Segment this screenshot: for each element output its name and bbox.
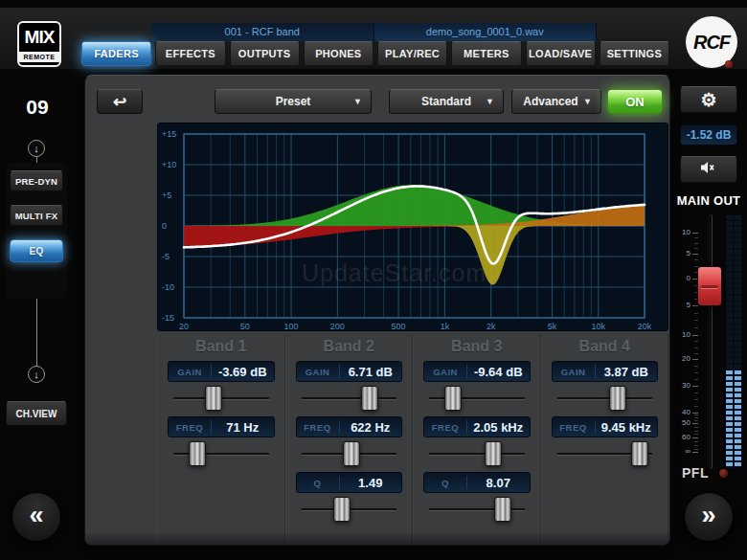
meter-segment	[726, 416, 741, 420]
fader-scale-label: 10	[676, 228, 690, 236]
band-2-q-slider[interactable]	[298, 495, 401, 524]
band-4-freq-slider[interactable]	[554, 439, 657, 468]
band-2-freq-slider[interactable]	[298, 439, 401, 468]
meter-segment	[726, 382, 741, 386]
band-3-gain-value[interactable]: GAIN-9.64 dB	[423, 361, 531, 382]
sidebar-item-multi-fx[interactable]: MULTI FX	[10, 205, 63, 226]
collapse-left-button[interactable]: «	[11, 492, 61, 542]
slider-handle[interactable]	[485, 441, 502, 466]
slider-handle[interactable]	[333, 497, 351, 522]
meter-segment	[726, 370, 741, 374]
fader-tick	[692, 413, 698, 414]
meter-segment	[726, 445, 741, 449]
meter-segment	[726, 313, 741, 317]
tab-meters[interactable]: METERS	[451, 41, 521, 66]
fader-track[interactable]	[708, 214, 712, 469]
main-out-mute-button[interactable]	[680, 156, 737, 183]
sidebar-item-eq[interactable]: EQ	[10, 239, 63, 262]
slider-handle[interactable]	[494, 497, 511, 522]
svg-text:500: 500	[392, 322, 406, 330]
processing-chain-panel: PRE-DYNMULTI FXEQ	[6, 163, 67, 299]
main-out-fader[interactable]: 10505102030405060∞	[676, 214, 743, 469]
mix-remote-app: MIX REMOTE 001 - RCF band demo_song_0001…	[0, 0, 747, 560]
meter-segment	[726, 307, 741, 311]
meter-segment	[726, 462, 741, 466]
slider-handle[interactable]	[444, 386, 462, 411]
meter-segment	[726, 284, 741, 288]
slider-handle[interactable]	[361, 386, 378, 411]
fader-tick	[692, 359, 698, 360]
sidebar-item-pre-dyn[interactable]: PRE-DYN	[10, 170, 63, 191]
svg-text:-15: -15	[162, 313, 174, 323]
fader-cap[interactable]	[697, 266, 722, 306]
band-2-freq-value[interactable]: FREQ622 Hz	[296, 416, 403, 437]
band-1-freq-value[interactable]: FREQ71 Hz	[168, 416, 275, 437]
back-button[interactable]: ↩	[97, 89, 143, 114]
fader-scale-label: 5	[676, 301, 690, 309]
tab-load-save[interactable]: LOAD/SAVE	[526, 41, 596, 66]
meter-segment	[726, 273, 741, 277]
meter-segment	[726, 365, 741, 369]
tab-settings[interactable]: SETTINGS	[600, 41, 669, 66]
fader-tick	[692, 437, 698, 438]
fader-tick	[692, 386, 698, 387]
settings-button[interactable]: ⚙	[680, 86, 737, 113]
slider-handle[interactable]	[631, 441, 648, 466]
expand-right-button[interactable]: »	[684, 492, 734, 542]
band-3-freq-value[interactable]: FREQ2.05 kHz	[423, 416, 531, 437]
band-2-gain-value[interactable]: GAIN6.71 dB	[296, 361, 403, 382]
band-2-q-value[interactable]: Q1.49	[296, 472, 403, 493]
main-out-label: MAIN OUT	[672, 193, 745, 208]
meter-segment	[726, 422, 741, 426]
fader-tick	[692, 233, 698, 234]
main-out-meter	[725, 214, 742, 469]
band-2-gain-slider[interactable]	[298, 384, 401, 413]
band-title: Band 2	[296, 334, 403, 357]
band-1-gain-slider[interactable]	[170, 384, 273, 413]
band-4-freq-value[interactable]: FREQ9.45 kHz	[552, 416, 659, 437]
back-arrow-icon: ↩	[113, 92, 126, 112]
fader-scale-label: 20	[676, 354, 690, 363]
tab-effects[interactable]: EFFECTS	[155, 41, 225, 66]
band-controls: Band 1GAIN-3.69 dBFREQ71 HzBand 2GAIN6.7…	[157, 334, 668, 547]
band-3-freq-slider[interactable]	[425, 439, 529, 468]
band-4-gain-slider[interactable]	[554, 384, 657, 413]
svg-text:-10: -10	[162, 282, 174, 292]
band-3-gain-slider[interactable]	[425, 384, 529, 413]
band-column-2: Band 2GAIN6.71 dBFREQ622 HzQ1.49	[285, 334, 414, 547]
tab-play-rec[interactable]: PLAY/REC	[377, 41, 447, 66]
song-name: demo_song_0001_0.wav	[374, 23, 598, 41]
tab-faders[interactable]: FADERS	[81, 41, 151, 66]
meter-segment	[726, 296, 741, 300]
signal-flow-down-icon: ↓	[28, 366, 45, 383]
fader-tick	[692, 254, 698, 255]
band-4-gain-value[interactable]: GAIN3.87 dB	[552, 361, 659, 382]
mute-speaker-icon	[700, 161, 717, 178]
meter-segment	[726, 325, 741, 328]
preset-dropdown[interactable]: Preset ▼	[215, 89, 372, 114]
tab-outputs[interactable]: OUTPUTS	[230, 41, 300, 66]
mode-dropdown[interactable]: Advanced ▼	[511, 89, 601, 114]
band-3-q-slider[interactable]	[425, 495, 529, 524]
curve-type-dropdown[interactable]: Standard ▼	[389, 89, 504, 114]
fader-tick	[692, 423, 698, 424]
session-name: 001 - RCF band	[151, 23, 374, 41]
band-1-freq-slider[interactable]	[170, 439, 273, 468]
svg-text:20k: 20k	[638, 322, 652, 330]
slider-handle[interactable]	[205, 386, 222, 411]
band-3-q-value[interactable]: Q8.07	[423, 472, 531, 493]
eq-on-button[interactable]: ON	[607, 89, 663, 114]
meter-segment	[726, 428, 741, 432]
fader-scale-label: 10	[676, 330, 690, 339]
band-1-gain-value[interactable]: GAIN-3.69 dB	[168, 361, 275, 382]
slider-handle[interactable]	[189, 441, 206, 466]
slider-handle[interactable]	[609, 386, 626, 411]
ch-view-button[interactable]: CH.VIEW	[6, 401, 67, 426]
meter-segment	[726, 411, 741, 414]
tab-phones[interactable]: PHONES	[304, 41, 374, 66]
eq-response-graph[interactable]: +15+10+50-5-10-1520501002005001k2k5k10k2…	[157, 123, 668, 331]
tab-bar: FADERSEFFECTSOUTPUTSPHONESPLAY/RECMETERS…	[81, 41, 669, 66]
slider-handle[interactable]	[343, 441, 360, 466]
meter-segment	[726, 347, 741, 351]
svg-text:0: 0	[162, 221, 167, 231]
